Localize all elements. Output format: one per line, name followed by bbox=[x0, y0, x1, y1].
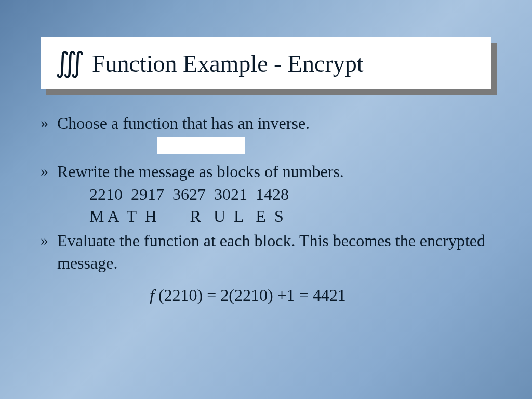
bullet-1: » Choose a function that has an inverse. bbox=[41, 112, 491, 135]
formula-f: f bbox=[150, 286, 154, 304]
number-blocks-line: 2210 2917 3627 3021 1428 bbox=[41, 184, 491, 206]
formula-eq2: = bbox=[299, 286, 309, 304]
formula-one: 1 bbox=[287, 286, 299, 304]
formula-arg1: (2210) bbox=[154, 286, 207, 304]
bullet-mark-icon: » bbox=[41, 112, 57, 134]
title-container: ∭ Function Example - Encrypt bbox=[41, 37, 491, 89]
integral-icon: ∭ bbox=[55, 46, 85, 79]
bullet-2-text: Rewrite the message as blocks of numbers… bbox=[57, 161, 491, 183]
formula-plus: + bbox=[277, 286, 287, 304]
bullet-2: » Rewrite the message as blocks of numbe… bbox=[41, 161, 491, 183]
title-box: ∭ Function Example - Encrypt bbox=[41, 37, 491, 89]
letters-line: M A T H R U L E S bbox=[41, 206, 491, 228]
slide-title: Function Example - Encrypt bbox=[92, 50, 364, 77]
formula-eq1: = bbox=[207, 286, 216, 304]
slide: ∭ Function Example - Encrypt » Choose a … bbox=[0, 0, 532, 399]
bullet-mark-icon: » bbox=[41, 230, 57, 251]
formula-placeholder-box bbox=[157, 137, 245, 154]
evaluation-formula: f (2210) = 2(2210) +1 = 4421 bbox=[41, 286, 491, 305]
bullet-3: » Evaluate the function at each block. T… bbox=[41, 230, 491, 274]
formula-expr: 2(2210) bbox=[216, 286, 277, 304]
bullet-3-text: Evaluate the function at each block. Thi… bbox=[57, 230, 491, 274]
bullet-mark-icon: » bbox=[41, 161, 57, 182]
content-area: » Choose a function that has an inverse.… bbox=[41, 112, 491, 305]
formula-result: 4421 bbox=[309, 286, 346, 304]
bullet-1-text: Choose a function that has an inverse. bbox=[57, 112, 491, 135]
